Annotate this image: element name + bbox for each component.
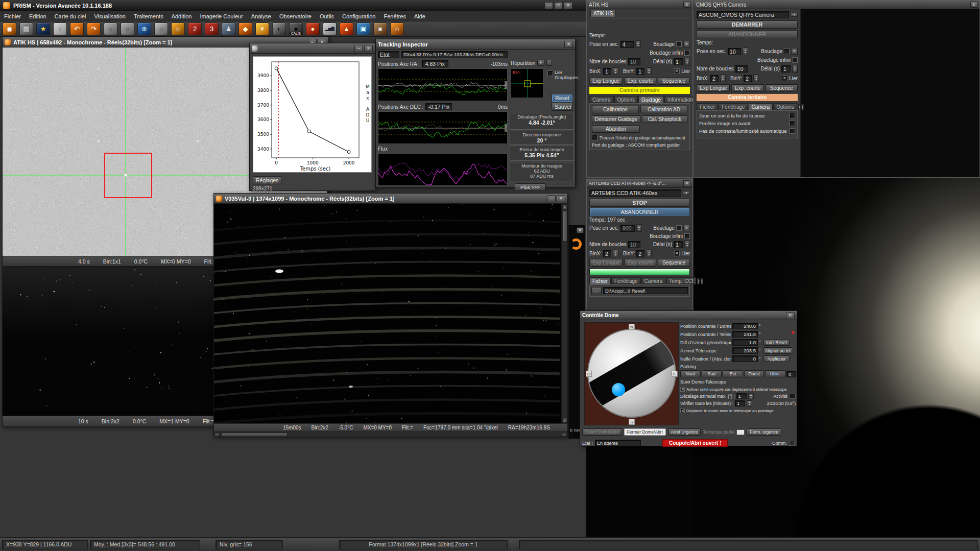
sun-icon[interactable]: ☀ — [255, 22, 269, 35]
lier-graphiques-checkbox[interactable] — [547, 70, 553, 76]
dome-utilis-value[interactable]: 0 — [786, 371, 796, 377]
dome-est-button[interactable]: Est — [723, 370, 743, 377]
lier-checkbox[interactable] — [674, 251, 680, 256]
dome-visualization[interactable]: N S O E — [584, 322, 679, 425]
mars-icon[interactable]: ● — [306, 22, 320, 35]
repartition-zoom-in-button[interactable]: + — [537, 60, 544, 66]
pose-input[interactable]: 4 — [620, 41, 634, 48]
binx-input[interactable]: 2 — [603, 250, 611, 257]
demarrer-button[interactable]: DEMARRER — [697, 20, 798, 29]
gear-orange-icon[interactable]: ☼ — [171, 22, 185, 35]
menu-carte-du-ciel[interactable]: Carte du ciel — [51, 12, 90, 20]
scroll-right-icon[interactable] — [562, 433, 567, 437]
calibration-button[interactable]: Calibration — [592, 106, 639, 113]
atik-tab-options[interactable]: Options — [614, 96, 638, 103]
sequence-button[interactable]: Sequence — [658, 77, 690, 85]
close-icon[interactable] — [970, 2, 977, 8]
calibration-ad-button[interactable]: Calibration AD — [640, 106, 687, 113]
sauver-button[interactable]: Sauver — [552, 103, 573, 111]
nbre-boucles-input[interactable]: 10 — [735, 65, 748, 73]
cancel-exposure-button[interactable] — [683, 225, 690, 231]
bouclage-infini-checkbox[interactable] — [792, 57, 798, 63]
plus-button[interactable]: Plus >>> — [515, 183, 545, 191]
delai-input[interactable]: 1 — [674, 241, 683, 248]
sequence-button[interactable]: Sequence — [766, 84, 798, 92]
repartition-zoom-out-button[interactable]: - — [546, 60, 552, 66]
app-icon[interactable]: ◉ — [3, 22, 16, 35]
pose-input[interactable]: 900 — [620, 225, 635, 232]
dome-row-value[interactable]: 1.0 — [732, 339, 758, 346]
main-window-titlebar[interactable]: V335Vul-3 | 1374x1099 - Monochrome - Rée… — [214, 194, 567, 204]
atik-subtab[interactable]: ATIK HS — [590, 10, 616, 17]
bouclage-checkbox[interactable] — [784, 49, 790, 54]
arret-urgence-button[interactable]: Arret Urgence — [668, 428, 701, 436]
dropdown-icon[interactable] — [683, 191, 690, 195]
sky-chart-icon[interactable]: ★ — [36, 22, 50, 35]
deplacer-checkbox[interactable] — [680, 409, 685, 413]
biny-spinner[interactable] — [646, 250, 652, 257]
artemis-tab-camera[interactable]: Camera — [641, 277, 666, 284]
pose-spinner[interactable] — [743, 47, 748, 55]
minimize-icon[interactable] — [547, 195, 556, 202]
calib-icon[interactable]: ●CALIB — [289, 22, 303, 35]
bouclage-checkbox[interactable] — [676, 225, 682, 231]
reset-button[interactable]: Reset — [552, 94, 573, 102]
binx-spinner[interactable] — [613, 67, 618, 75]
cancel-exposure-button[interactable] — [683, 41, 690, 47]
scrollbar-thumb[interactable] — [562, 211, 567, 242]
pose-input[interactable]: 10 — [728, 48, 741, 55]
pose-spinner[interactable] — [636, 224, 642, 232]
biny-input[interactable]: 1 — [636, 68, 644, 75]
scroll-down-icon[interactable] — [562, 418, 567, 423]
delai-input[interactable]: 1 — [674, 58, 683, 65]
menu-imagerie-couleur[interactable]: Imagerie Couleur — [196, 12, 247, 20]
menu-fichier[interactable]: Fichier — [0, 12, 25, 20]
nbre-boucles-input[interactable]: 10 — [628, 58, 640, 65]
bouclage-checkbox[interactable] — [676, 41, 682, 47]
close-icon[interactable] — [786, 312, 795, 319]
layer3-icon[interactable]: 3 — [205, 22, 219, 35]
user-icon[interactable]: ♟ — [222, 22, 235, 35]
exp-longue-button[interactable]: Exp Longue — [589, 259, 623, 267]
artemis-tab-fen-trage[interactable]: Fenêtrage — [611, 277, 641, 284]
scroll-left-icon[interactable] — [214, 433, 220, 437]
close-icon[interactable] — [564, 2, 572, 9]
cal-sharplock-button[interactable]: Cal. Sharplock — [642, 115, 687, 123]
dome-row-value[interactable]: 203.5 — [732, 347, 758, 354]
minimize-icon[interactable] — [354, 45, 363, 52]
qhy-tab-camera[interactable]: Camera — [749, 103, 773, 110]
joue-son-checkbox[interactable] — [790, 113, 795, 118]
close-icon[interactable] — [564, 41, 573, 48]
binx-input[interactable]: 1 — [603, 68, 611, 75]
menu-outils[interactable]: Outils — [316, 12, 338, 20]
close-icon[interactable] — [683, 180, 690, 186]
acquisition-path-field[interactable]: D:\Acqui...0 Revel\ — [603, 287, 688, 294]
eclipse-icon[interactable]: ◐ — [272, 22, 286, 35]
fermer-dome-button[interactable]: Fermer Dome/Abri — [624, 428, 666, 436]
dome-aligner-au-tel-button[interactable]: Aligner au tel. — [763, 347, 793, 354]
target-icon[interactable]: ⊕ — [137, 22, 151, 35]
dome-row-value[interactable]: 241.6 — [732, 331, 758, 338]
trouver-etoile-checkbox[interactable] — [592, 135, 597, 140]
zoom-in-icon[interactable]: ○ — [121, 22, 134, 35]
exp-courte-button[interactable]: Exp. courte — [731, 84, 763, 92]
exp-longue-button[interactable]: Exp Longue — [697, 84, 730, 92]
artemis-panel-titlebar[interactable]: ARTEMIS CCD ATIK-460ex -> -5.0°... — [587, 179, 692, 188]
biny-input[interactable]: 2 — [636, 250, 644, 257]
minimize-icon[interactable] — [544, 2, 553, 9]
vertical-scrollbar[interactable] — [561, 204, 567, 423]
decalage-spinner[interactable] — [748, 393, 754, 399]
artemis-tab-fichier[interactable]: Fichier — [589, 277, 611, 284]
atik-tab-guidage[interactable]: Guidage — [638, 96, 664, 103]
qhy-tab-options[interactable]: Options — [773, 103, 797, 110]
dome-nord-button[interactable]: Nord — [680, 370, 701, 377]
delai-spinner[interactable] — [684, 58, 690, 65]
exp-courte-button[interactable]: Exp. courte — [624, 259, 656, 267]
dome-titlebar[interactable]: Contrôle Dome — [580, 311, 797, 320]
dome-ouest-button[interactable]: Ouest — [744, 370, 764, 377]
save-icon[interactable]: ▦ — [19, 22, 33, 35]
tracking-titlebar[interactable]: Tracking Inspector — [376, 39, 575, 50]
lier-checkbox[interactable] — [674, 68, 680, 74]
exp-courte-button[interactable]: Exp. courte — [624, 77, 656, 85]
scroll-up-icon[interactable] — [562, 204, 567, 209]
